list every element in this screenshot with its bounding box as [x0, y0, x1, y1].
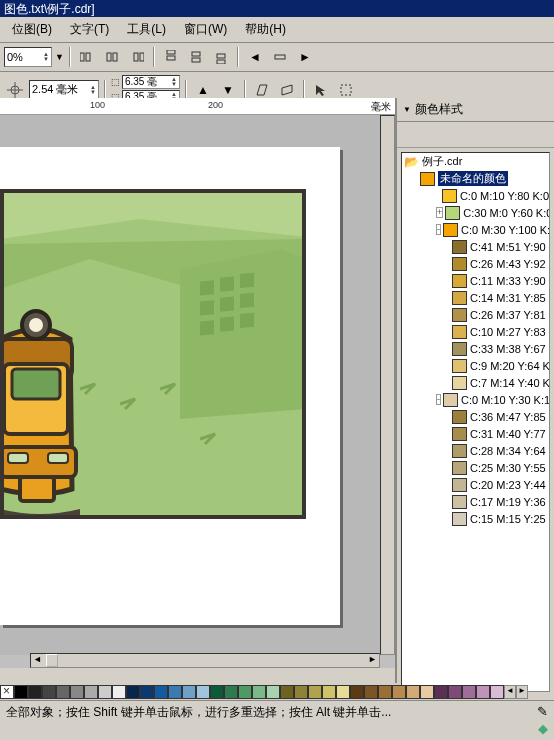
nudge-left-icon[interactable]: ◄: [244, 46, 266, 68]
palette-swatch[interactable]: [84, 685, 98, 699]
color-label: C:17 M:19 Y:36: [470, 496, 546, 508]
tree-color-item[interactable]: +C:30 M:0 Y:60 K:0: [402, 204, 549, 221]
palette-swatch[interactable]: [196, 685, 210, 699]
tree-color-item[interactable]: C:10 M:27 Y:83: [402, 323, 549, 340]
align-center-icon[interactable]: [101, 46, 123, 68]
align-vtop-icon[interactable]: [160, 46, 182, 68]
palette-swatch[interactable]: [364, 685, 378, 699]
palette-swatch[interactable]: [154, 685, 168, 699]
tree-color-item[interactable]: C:36 M:47 Y:85: [402, 408, 549, 425]
palette-swatch[interactable]: [350, 685, 364, 699]
palette-swatch[interactable]: [476, 685, 490, 699]
scrollbar-horizontal[interactable]: ◄ ►: [30, 653, 380, 668]
palette-swatch[interactable]: [490, 685, 504, 699]
collapse-icon[interactable]: ▼: [403, 105, 411, 114]
palette-swatch[interactable]: [462, 685, 476, 699]
palette-swatch[interactable]: [294, 685, 308, 699]
menu-bitmap[interactable]: 位图(B): [4, 19, 60, 40]
tree-color-item[interactable]: C:20 M:23 Y:44: [402, 476, 549, 493]
align-left-icon[interactable]: [76, 46, 98, 68]
palette-swatch[interactable]: [420, 685, 434, 699]
palette-swatch[interactable]: [308, 685, 322, 699]
palette-swatch[interactable]: [448, 685, 462, 699]
palette-swatch[interactable]: [322, 685, 336, 699]
align-button-icon[interactable]: [269, 46, 291, 68]
no-color-swatch[interactable]: [0, 685, 14, 699]
canvas[interactable]: [0, 115, 380, 655]
palette-swatch[interactable]: [28, 685, 42, 699]
tree-color-item[interactable]: -C:0 M:10 Y:30 K:10: [402, 391, 549, 408]
palette-swatch[interactable]: [406, 685, 420, 699]
palette-swatch[interactable]: [112, 685, 126, 699]
nudge-right-icon[interactable]: ►: [294, 46, 316, 68]
palette-swatch[interactable]: [224, 685, 238, 699]
menu-window[interactable]: 窗口(W): [176, 19, 235, 40]
palette-swatch[interactable]: [70, 685, 84, 699]
color-label: C:31 M:40 Y:77: [470, 428, 546, 440]
expand-icon[interactable]: +: [436, 207, 443, 218]
tree-color-item[interactable]: C:7 M:14 Y:40 K: [402, 374, 549, 391]
spinner-icon[interactable]: ▲▼: [90, 85, 96, 95]
menu-help[interactable]: 帮助(H): [237, 19, 294, 40]
tree-color-item[interactable]: C:41 M:51 Y:90: [402, 238, 549, 255]
align-vbottom-icon[interactable]: [210, 46, 232, 68]
tree-color-item[interactable]: C:14 M:31 Y:85: [402, 289, 549, 306]
scrollbar-thumb[interactable]: [46, 654, 58, 667]
tree-color-item[interactable]: C:15 M:15 Y:25: [402, 510, 549, 527]
unit-input[interactable]: [32, 84, 90, 96]
tree-color-item[interactable]: C:31 M:40 Y:77: [402, 425, 549, 442]
tree-color-item[interactable]: C:26 M:37 Y:81: [402, 306, 549, 323]
menu-tools[interactable]: 工具(L): [119, 19, 174, 40]
scroll-left-icon[interactable]: ◄: [33, 654, 42, 664]
palette-swatch[interactable]: [238, 685, 252, 699]
palette-scroll-right-icon[interactable]: ►: [516, 685, 528, 699]
palette-swatch[interactable]: [210, 685, 224, 699]
align-vcenter-icon[interactable]: [185, 46, 207, 68]
unit-combo[interactable]: ▲▼: [29, 80, 99, 100]
panel-title[interactable]: ▼ 颜色样式: [397, 98, 554, 122]
palette-swatch[interactable]: [56, 685, 70, 699]
palette-swatch[interactable]: [280, 685, 294, 699]
scrollbar-vertical[interactable]: [380, 115, 395, 655]
palette-swatch[interactable]: [126, 685, 140, 699]
palette-swatch[interactable]: [252, 685, 266, 699]
expand-icon[interactable]: -: [436, 394, 441, 405]
palette-swatch[interactable]: [98, 685, 112, 699]
zoom-input[interactable]: [7, 51, 43, 63]
svg-rect-3: [113, 53, 117, 61]
palette-swatch[interactable]: [266, 685, 280, 699]
tree-color-item[interactable]: C:0 M:10 Y:80 K:0: [402, 187, 549, 204]
tree-color-item[interactable]: C:11 M:33 Y:90: [402, 272, 549, 289]
palette-scroll-left-icon[interactable]: ◄: [504, 685, 516, 699]
palette-swatch[interactable]: [140, 685, 154, 699]
tree-color-item[interactable]: C:33 M:38 Y:67: [402, 340, 549, 357]
width-input[interactable]: [125, 77, 171, 88]
palette-swatch[interactable]: [182, 685, 196, 699]
menu-text[interactable]: 文字(T): [62, 19, 117, 40]
tree-color-item[interactable]: C:28 M:34 Y:64: [402, 442, 549, 459]
color-label: C:26 M:43 Y:92: [470, 258, 546, 270]
dropdown-icon[interactable]: ▼: [55, 52, 64, 62]
spinner-icon[interactable]: ▲▼: [171, 77, 177, 87]
tree-color-item[interactable]: C:25 M:30 Y:55: [402, 459, 549, 476]
color-tree[interactable]: 📂 例子.cdr 未命名的颜色 C:0 M:10 Y:80 K:0+C:30 M…: [401, 152, 550, 692]
expand-icon[interactable]: -: [436, 224, 441, 235]
tree-color-item[interactable]: C:9 M:20 Y:64 K: [402, 357, 549, 374]
color-swatch: [452, 240, 467, 254]
palette-swatch[interactable]: [14, 685, 28, 699]
spinner-icon[interactable]: ▲▼: [43, 52, 49, 62]
palette-swatch[interactable]: [434, 685, 448, 699]
tree-color-item[interactable]: C:17 M:19 Y:36: [402, 493, 549, 510]
palette-swatch[interactable]: [392, 685, 406, 699]
palette-swatch[interactable]: [378, 685, 392, 699]
scroll-right-icon[interactable]: ►: [368, 654, 377, 664]
tree-root[interactable]: 📂 例子.cdr: [402, 153, 549, 170]
palette-swatch[interactable]: [336, 685, 350, 699]
tree-unnamed-color[interactable]: 未命名的颜色: [402, 170, 549, 187]
tree-color-item[interactable]: -C:0 M:30 Y:100 K:0: [402, 221, 549, 238]
palette-swatch[interactable]: [42, 685, 56, 699]
palette-swatch[interactable]: [168, 685, 182, 699]
tree-color-item[interactable]: C:26 M:43 Y:92: [402, 255, 549, 272]
align-right-icon[interactable]: [126, 46, 148, 68]
zoom-combo[interactable]: ▲▼: [4, 47, 52, 67]
